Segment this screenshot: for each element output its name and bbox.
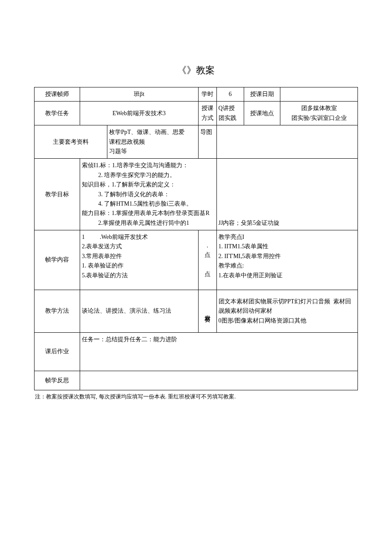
table-row: 课后作业 任务一：总结提升任务二：能力进阶	[35, 333, 358, 371]
value-task: EWeb前端开发技术3	[80, 102, 198, 125]
value-hours: 6	[216, 87, 244, 102]
value-goals-side: JJ内容；殳第5金证功旋	[216, 159, 357, 230]
lesson-plan-table: 授课帧师 班βt 学时 6 授课日期 教学任务 EWeb前端开发技术3 授课 方…	[34, 87, 358, 390]
label-mode: 授课 方式	[198, 102, 216, 125]
value-date	[280, 87, 358, 102]
value-reference: 枚学PpT、做课、动画、思爱 课程思政视频 习题等	[107, 125, 199, 159]
value-material: 团文本素材团实物展示切PPT幻灯片口音频 素材回觇频素材回动何家材 0图形/图像…	[216, 290, 357, 333]
footnote: 注：教案按授课次数填写, 每次授课均应填写一份本表. 重红班校课可不另填写教案.	[34, 390, 358, 401]
label-goals: 教学目标	[35, 159, 80, 230]
label-teacher: 授课帧师	[35, 87, 80, 102]
label-reference: 主要套考资料	[35, 125, 107, 159]
value-mode: Q讲授 团实践	[216, 102, 244, 125]
value-methods: 谈论法、讲授法、演示法、练习法	[80, 290, 198, 333]
value-content-mid: . 点 点	[198, 230, 216, 290]
value-content-right: 教学亮点I 1. IITM1.5表单属性 2. IГГMI,5表单常用控件 教学…	[216, 230, 357, 290]
table-row: 帧学内容 1 .Web前端开发技术 2.表单发送方式 3.常用表单控件 1. 表…	[35, 230, 358, 290]
label-material: 素材资	[198, 290, 216, 333]
label-reflection: 帧学反思	[35, 371, 80, 390]
page-title: 《》教案	[34, 64, 358, 77]
label-methods: 教学方法	[35, 290, 80, 333]
value-reflection	[80, 371, 357, 390]
value-reference-extra: 导图	[198, 125, 216, 159]
value-place: 团多媒体教室 团实验/实训室口企业	[280, 102, 358, 125]
table-row: 帧学反思	[35, 371, 358, 390]
table-row: 教学方法 谈论法、讲授法、演示法、练习法 素材资 团文本素材团实物展示切PPT幻…	[35, 290, 358, 333]
empty-cell	[216, 125, 357, 159]
label-hours: 学时	[198, 87, 216, 102]
table-row: 主要套考资料 枚学PpT、做课、动画、思爱 课程思政视频 习题等 导图	[35, 125, 358, 159]
value-homework: 任务一：总结提升任务二：能力进阶	[80, 333, 357, 371]
label-homework: 课后作业	[35, 333, 80, 371]
label-task: 教学任务	[35, 102, 80, 125]
table-row: 教学任务 EWeb前端开发技术3 授课 方式 Q讲授 团实践 授课地点 团多媒体…	[35, 102, 358, 125]
label-date: 授课日期	[244, 87, 280, 102]
table-row: 教学目标 索侦I1.标：1.培养学生交流与沟通能力： 2. 培养学生探究学习的能…	[35, 159, 358, 230]
label-place: 授课地点	[244, 102, 280, 125]
label-class: 班βt	[80, 87, 198, 102]
value-goals: 索侦I1.标：1.培养学生交流与沟通能力： 2. 培养学生探究学习的能力。 知识…	[80, 159, 216, 230]
value-content: 1 .Web前端开发技术 2.表单发送方式 3.常用表单控件 1. 表单验证的作…	[80, 230, 198, 290]
table-row: 授课帧师 班βt 学时 6 授课日期	[35, 87, 358, 102]
label-content: 帧学内容	[35, 230, 80, 290]
